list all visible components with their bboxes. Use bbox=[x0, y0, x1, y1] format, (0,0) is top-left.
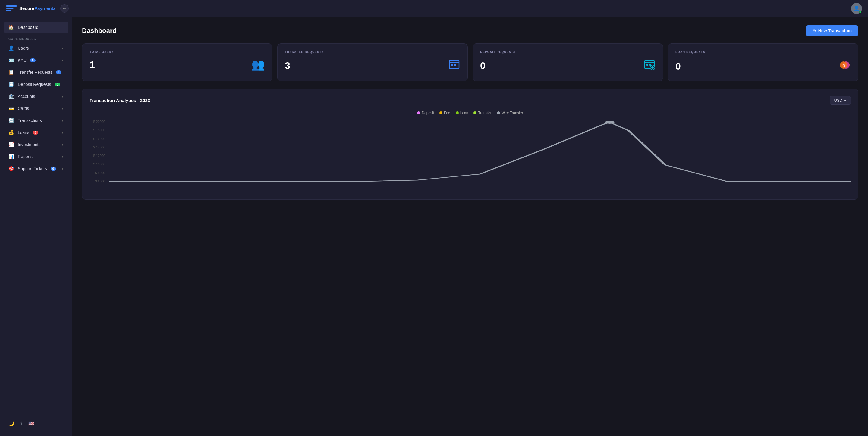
stat-card-total-users: TOTAL USERS 1 👥 bbox=[82, 43, 273, 81]
transactions-chevron-icon: ▾ bbox=[62, 119, 64, 123]
transactions-icon: 🔄 bbox=[8, 118, 14, 123]
accounts-chevron-icon: ▾ bbox=[62, 95, 64, 98]
kyc-icon: 🪪 bbox=[8, 58, 14, 63]
transfer-requests-label: TRANSFER REQUESTS bbox=[285, 50, 460, 54]
reports-icon: 📊 bbox=[8, 154, 14, 159]
svg-rect-5 bbox=[454, 67, 456, 67]
legend-loan-dot bbox=[456, 111, 459, 114]
topbar: SecurePaymentz ← 👤 bbox=[0, 0, 868, 17]
kyc-chevron-icon: ▾ bbox=[62, 59, 64, 62]
sidebar-item-dashboard[interactable]: 🏠 Dashboard bbox=[4, 22, 68, 33]
main-header: Dashboard ⊕ New Transaction bbox=[82, 25, 858, 36]
currency-chevron-icon: ▾ bbox=[844, 98, 846, 103]
loan-requests-value: 0 bbox=[675, 61, 681, 72]
chart-canvas bbox=[109, 120, 851, 183]
back-button[interactable]: ← bbox=[60, 4, 69, 13]
sidebar-item-label-dashboard: Dashboard bbox=[18, 25, 38, 30]
investments-chevron-icon: ▾ bbox=[62, 143, 64, 147]
reports-chevron-icon: ▾ bbox=[62, 155, 64, 159]
sidebar-item-users[interactable]: 👤 Users ▾ bbox=[4, 42, 68, 54]
logo: SecurePaymentz bbox=[6, 5, 56, 11]
stat-card-deposit-requests: DEPOSIT REQUESTS 0 bbox=[472, 43, 663, 81]
avatar-online-indicator bbox=[859, 10, 862, 13]
svg-rect-4 bbox=[451, 67, 453, 67]
total-users-icon: 👥 bbox=[251, 59, 265, 71]
topbar-left: SecurePaymentz ← bbox=[6, 4, 69, 13]
legend-deposit: Deposit bbox=[417, 111, 434, 115]
transfer-requests-value: 3 bbox=[285, 60, 290, 71]
loans-icon: 💰 bbox=[8, 130, 14, 135]
sidebar-item-transactions[interactable]: 🔄 Transactions ▾ bbox=[4, 115, 68, 126]
sidebar-item-deposit-requests[interactable]: 🧾 Deposit Requests 0 bbox=[4, 78, 68, 90]
svg-rect-8 bbox=[647, 64, 648, 66]
chart-area: $ 20000 $ 18000 $ 16000 $ 14000 $ 12000 … bbox=[90, 120, 851, 192]
support-tickets-chevron-icon: ▾ bbox=[62, 167, 64, 171]
accounts-icon: 🏦 bbox=[8, 94, 14, 99]
support-tickets-icon: 🎯 bbox=[8, 166, 14, 171]
users-icon: 👤 bbox=[8, 45, 14, 51]
deposit-requests-stat-value: 0 bbox=[480, 60, 486, 71]
svg-text:$: $ bbox=[843, 63, 845, 67]
currency-dropdown[interactable]: USD ▾ bbox=[830, 96, 851, 105]
legend-wire-transfer: Wire Transfer bbox=[497, 111, 523, 115]
kyc-badge: 0 bbox=[30, 59, 36, 62]
legend-deposit-dot bbox=[417, 111, 420, 114]
stats-row: TOTAL USERS 1 👥 TRANSFER REQUESTS 3 bbox=[82, 43, 858, 81]
legend-transfer: Transfer bbox=[473, 111, 491, 115]
sidebar-item-investments[interactable]: 📈 Investments ▾ bbox=[4, 139, 68, 150]
sidebar-item-support-tickets[interactable]: 🎯 Support Tickets 0 ▾ bbox=[4, 163, 68, 174]
svg-rect-2 bbox=[451, 64, 453, 66]
deposit-requests-icon: 🧾 bbox=[8, 81, 14, 87]
language-icon[interactable]: 🇺🇸 bbox=[28, 421, 34, 426]
logo-text: SecurePaymentz bbox=[19, 6, 56, 11]
analytics-header: Transaction Analytics - 2023 USD ▾ bbox=[90, 96, 851, 105]
avatar[interactable]: 👤 bbox=[851, 3, 862, 14]
users-chevron-icon: ▾ bbox=[62, 46, 64, 50]
stat-card-loan-requests: LOAN REQUESTS 0 $ bbox=[668, 43, 858, 81]
svg-rect-3 bbox=[454, 64, 456, 66]
deposit-requests-badge: 0 bbox=[55, 82, 60, 87]
loans-chevron-icon: ▾ bbox=[62, 131, 64, 135]
legend-fee: Fee bbox=[439, 111, 450, 115]
transfer-requests-icon: 📋 bbox=[8, 70, 14, 75]
chart-legend: Deposit Fee Loan Transfer Wire Transfer bbox=[90, 111, 851, 115]
currency-label: USD bbox=[834, 98, 842, 103]
sidebar-item-kyc[interactable]: 🪪 KYC 0 ▾ bbox=[4, 55, 68, 66]
sidebar-item-transfer-requests[interactable]: 📋 Transfer Requests 3 bbox=[4, 67, 68, 78]
cards-icon: 💳 bbox=[8, 106, 14, 111]
legend-fee-dot bbox=[439, 111, 442, 114]
new-transaction-button[interactable]: ⊕ New Transaction bbox=[806, 25, 858, 36]
sidebar: 🏠 Dashboard CORE MODULES 👤 Users ▾ 🪪 KYC… bbox=[0, 17, 72, 436]
analytics-title: Transaction Analytics - 2023 bbox=[90, 98, 150, 103]
y-axis: $ 20000 $ 18000 $ 16000 $ 14000 $ 12000 … bbox=[90, 120, 107, 183]
deposit-requests-stat-icon bbox=[644, 59, 655, 73]
svg-rect-10 bbox=[647, 67, 648, 67]
wire-transfer-peak-dot bbox=[605, 121, 615, 124]
core-modules-label: CORE MODULES bbox=[0, 34, 72, 42]
dark-mode-icon[interactable]: 🌙 bbox=[8, 421, 14, 426]
legend-wire-transfer-dot bbox=[497, 111, 500, 114]
transfer-requests-badge: 3 bbox=[56, 70, 61, 74]
investments-icon: 📈 bbox=[8, 142, 14, 147]
info-icon[interactable]: ℹ bbox=[21, 421, 22, 426]
topbar-right: 👤 bbox=[851, 3, 862, 14]
deposit-requests-stat-label: DEPOSIT REQUESTS bbox=[480, 50, 655, 54]
legend-transfer-dot bbox=[473, 111, 476, 114]
page-title: Dashboard bbox=[82, 27, 117, 35]
wire-transfer-line bbox=[109, 122, 851, 181]
legend-loan: Loan bbox=[456, 111, 468, 115]
dashboard-icon: 🏠 bbox=[8, 25, 14, 30]
sidebar-item-accounts[interactable]: 🏦 Accounts ▾ bbox=[4, 91, 68, 102]
sidebar-item-cards[interactable]: 💳 Cards ▾ bbox=[4, 103, 68, 114]
new-transaction-icon: ⊕ bbox=[812, 28, 816, 33]
loan-requests-label: LOAN REQUESTS bbox=[675, 50, 851, 54]
logo-icon bbox=[6, 5, 17, 11]
sidebar-bottom: 🌙 ℹ 🇺🇸 bbox=[0, 415, 72, 431]
sidebar-item-loans[interactable]: 💰 Loans 0 ▾ bbox=[4, 127, 68, 138]
stat-card-transfer-requests: TRANSFER REQUESTS 3 bbox=[277, 43, 468, 81]
loan-requests-icon: $ bbox=[838, 59, 851, 74]
sidebar-item-reports[interactable]: 📊 Reports ▾ bbox=[4, 151, 68, 162]
support-tickets-badge: 0 bbox=[51, 167, 56, 171]
main-content: Dashboard ⊕ New Transaction TOTAL USERS … bbox=[72, 17, 868, 436]
total-users-value: 1 bbox=[90, 59, 95, 70]
